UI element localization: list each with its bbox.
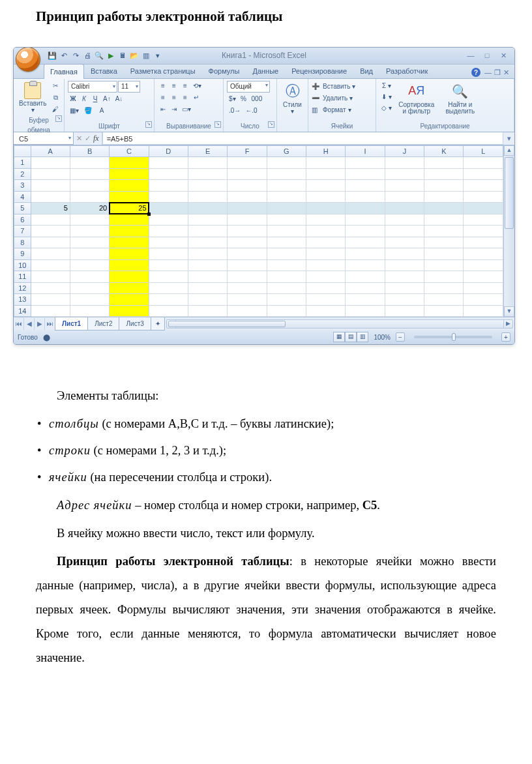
cell[interactable] <box>267 271 306 283</box>
cell[interactable] <box>188 237 227 248</box>
calc-icon[interactable]: 🖩 <box>117 50 128 61</box>
cell[interactable] <box>267 191 306 203</box>
cell[interactable] <box>464 157 503 169</box>
col-header[interactable]: E <box>188 145 227 157</box>
cell[interactable] <box>346 226 385 237</box>
fx-icon[interactable]: fx <box>93 132 99 144</box>
row-header[interactable]: 12 <box>14 282 31 294</box>
tab-data[interactable]: Данные <box>246 63 285 78</box>
row-header[interactable]: 9 <box>14 248 31 260</box>
cell[interactable] <box>110 305 149 317</box>
name-box[interactable]: C5 <box>14 132 74 145</box>
cell[interactable] <box>346 214 385 226</box>
new-icon[interactable]: ▥ <box>141 50 151 61</box>
cell[interactable] <box>267 248 306 260</box>
col-header[interactable]: B <box>70 145 109 157</box>
dialog-launcher-icon[interactable]: ↘ <box>268 121 274 128</box>
cell[interactable] <box>424 180 464 192</box>
col-header[interactable]: J <box>385 145 424 157</box>
shrink-font-icon[interactable]: A↓ <box>113 94 125 104</box>
cell[interactable] <box>228 248 267 260</box>
col-header[interactable]: I <box>346 145 385 157</box>
cell[interactable] <box>110 237 149 248</box>
sheet-tab-1[interactable]: Лист1 <box>55 317 88 331</box>
cell[interactable] <box>464 180 503 192</box>
tab-view[interactable]: Вид <box>353 63 379 78</box>
cell[interactable] <box>31 305 70 317</box>
view-pagebreak-icon[interactable]: ▥ <box>357 332 368 342</box>
cell[interactable] <box>424 203 464 214</box>
cell[interactable] <box>306 203 346 214</box>
cell[interactable] <box>70 294 109 306</box>
cell[interactable] <box>385 294 424 306</box>
cell[interactable] <box>70 214 109 226</box>
row-header[interactable]: 13 <box>14 294 31 306</box>
print-icon[interactable]: 🖨 <box>82 50 93 61</box>
cell[interactable] <box>70 282 109 294</box>
tab-home[interactable]: Главная <box>44 64 84 79</box>
tab-nav-last-icon[interactable]: ⏭ <box>45 318 55 330</box>
cell[interactable] <box>188 305 227 317</box>
cell[interactable] <box>306 191 346 203</box>
cell[interactable] <box>149 214 188 226</box>
cell[interactable] <box>149 180 188 192</box>
cell[interactable] <box>31 294 70 306</box>
cell[interactable] <box>31 214 70 226</box>
cell[interactable] <box>70 168 109 180</box>
cell[interactable] <box>110 214 149 226</box>
cell[interactable] <box>188 282 227 294</box>
number-format-select[interactable]: Общий <box>227 81 270 93</box>
cell[interactable] <box>149 226 188 237</box>
align-center-icon[interactable]: ≡ <box>169 93 179 103</box>
view-normal-icon[interactable]: ▦ <box>333 332 345 342</box>
cell[interactable] <box>228 282 267 294</box>
cell[interactable] <box>31 226 70 237</box>
save-icon[interactable]: 💾 <box>47 50 57 61</box>
cell[interactable] <box>149 237 188 248</box>
row-header[interactable]: 14 <box>14 305 31 317</box>
preview-icon[interactable]: 🔍 <box>94 50 104 61</box>
paste-button[interactable]: Вставить▾ <box>17 81 48 115</box>
horizontal-scrollbar[interactable]: ◀ ▶ <box>166 319 513 329</box>
cell[interactable] <box>385 237 424 248</box>
cell[interactable] <box>228 168 267 180</box>
cell[interactable] <box>70 248 109 260</box>
cell[interactable] <box>464 237 503 248</box>
cell[interactable] <box>424 226 464 237</box>
cell[interactable]: 25 <box>110 203 149 214</box>
cell[interactable] <box>31 259 70 271</box>
row-header[interactable]: 3 <box>14 180 31 192</box>
cell[interactable] <box>188 203 227 214</box>
cell[interactable] <box>188 191 227 203</box>
cell[interactable] <box>70 237 109 248</box>
minimize-icon[interactable]: — <box>464 50 478 61</box>
indent-dec-icon[interactable]: ⇤ <box>158 104 168 115</box>
cell[interactable] <box>149 191 188 203</box>
cell[interactable] <box>424 248 464 260</box>
cell[interactable] <box>346 282 385 294</box>
cell[interactable] <box>385 214 424 226</box>
cell[interactable] <box>424 157 464 169</box>
cell[interactable] <box>149 294 188 306</box>
tab-nav-prev-icon[interactable]: ◀ <box>24 318 35 330</box>
copy-icon[interactable]: ⧉ <box>50 93 61 103</box>
cell[interactable] <box>267 259 306 271</box>
cell[interactable] <box>385 226 424 237</box>
cell[interactable] <box>149 305 188 317</box>
tab-nav-next-icon[interactable]: ▶ <box>35 318 45 330</box>
font-select[interactable]: Calibri <box>68 81 117 93</box>
scroll-up-icon[interactable]: ▲ <box>504 145 514 156</box>
zoom-slider[interactable] <box>414 336 492 338</box>
open-icon[interactable]: 📂 <box>129 50 140 61</box>
fill-color-icon[interactable]: 🪣 <box>81 106 95 116</box>
cell[interactable] <box>385 191 424 203</box>
select-all-corner[interactable] <box>14 145 31 157</box>
cell[interactable] <box>346 259 385 271</box>
cell[interactable] <box>70 259 109 271</box>
cancel-formula-icon[interactable]: ✕ <box>76 133 82 144</box>
underline-button[interactable]: Ч <box>90 94 100 104</box>
cell[interactable] <box>188 294 227 306</box>
dialog-launcher-icon[interactable]: ↘ <box>145 121 152 128</box>
cell[interactable] <box>267 180 306 192</box>
cell[interactable] <box>267 226 306 237</box>
